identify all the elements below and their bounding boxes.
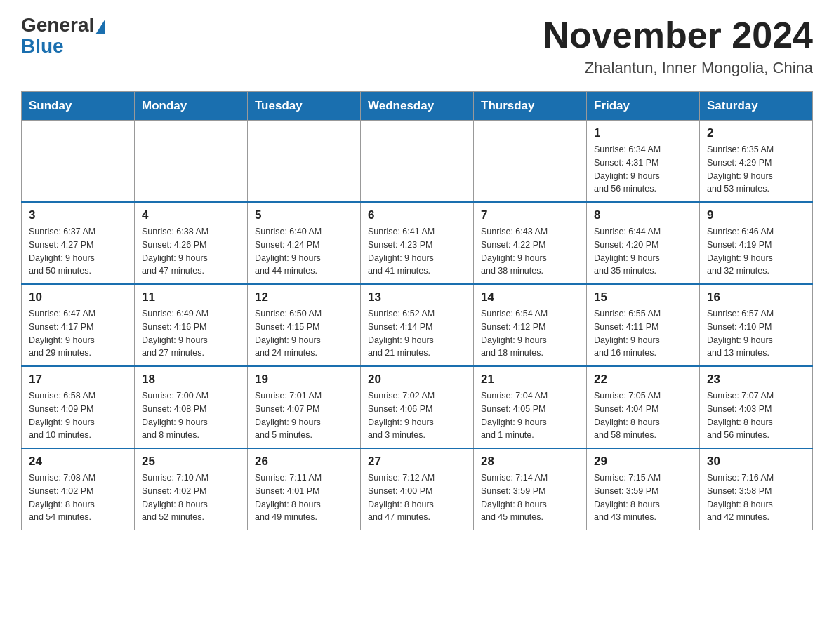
day-number: 11 (142, 290, 240, 304)
day-number: 18 (142, 373, 240, 387)
day-info: Sunrise: 7:04 AM Sunset: 4:05 PM Dayligh… (481, 389, 579, 442)
logo: General Blue (21, 14, 105, 58)
day-number: 3 (29, 208, 127, 222)
calendar-week-row: 10Sunrise: 6:47 AM Sunset: 4:17 PM Dayli… (22, 284, 813, 366)
table-row: 28Sunrise: 7:14 AM Sunset: 3:59 PM Dayli… (474, 448, 587, 530)
table-row (361, 121, 474, 203)
table-row: 24Sunrise: 7:08 AM Sunset: 4:02 PM Dayli… (22, 448, 135, 530)
table-row (248, 121, 361, 203)
day-number: 30 (707, 455, 805, 469)
table-row: 13Sunrise: 6:52 AM Sunset: 4:14 PM Dayli… (361, 284, 474, 366)
table-row: 18Sunrise: 7:00 AM Sunset: 4:08 PM Dayli… (135, 366, 248, 448)
day-info: Sunrise: 7:00 AM Sunset: 4:08 PM Dayligh… (142, 389, 240, 442)
logo-general: General (21, 14, 94, 36)
table-row: 26Sunrise: 7:11 AM Sunset: 4:01 PM Dayli… (248, 448, 361, 530)
day-info: Sunrise: 6:34 AM Sunset: 4:31 PM Dayligh… (594, 143, 692, 196)
logo-triangle-icon (95, 19, 105, 34)
day-number: 15 (594, 290, 692, 304)
table-row: 23Sunrise: 7:07 AM Sunset: 4:03 PM Dayli… (700, 366, 813, 448)
header-sunday: Sunday (22, 92, 135, 121)
day-number: 17 (29, 373, 127, 387)
day-number: 21 (481, 373, 579, 387)
calendar-week-row: 3Sunrise: 6:37 AM Sunset: 4:27 PM Daylig… (22, 202, 813, 284)
header-thursday: Thursday (474, 92, 587, 121)
day-info: Sunrise: 6:38 AM Sunset: 4:26 PM Dayligh… (142, 225, 240, 278)
day-info: Sunrise: 6:35 AM Sunset: 4:29 PM Dayligh… (707, 143, 805, 196)
day-number: 9 (707, 208, 805, 222)
location-subtitle: Zhalantun, Inner Mongolia, China (543, 59, 813, 77)
table-row: 3Sunrise: 6:37 AM Sunset: 4:27 PM Daylig… (22, 202, 135, 284)
day-info: Sunrise: 6:37 AM Sunset: 4:27 PM Dayligh… (29, 225, 127, 278)
day-info: Sunrise: 7:12 AM Sunset: 4:00 PM Dayligh… (368, 471, 466, 524)
table-row (135, 121, 248, 203)
day-info: Sunrise: 7:11 AM Sunset: 4:01 PM Dayligh… (255, 471, 353, 524)
day-number: 12 (255, 290, 353, 304)
day-number: 2 (707, 126, 805, 140)
table-row: 29Sunrise: 7:15 AM Sunset: 3:59 PM Dayli… (587, 448, 700, 530)
table-row: 6Sunrise: 6:41 AM Sunset: 4:23 PM Daylig… (361, 202, 474, 284)
table-row: 17Sunrise: 6:58 AM Sunset: 4:09 PM Dayli… (22, 366, 135, 448)
table-row: 30Sunrise: 7:16 AM Sunset: 3:58 PM Dayli… (700, 448, 813, 530)
table-row: 10Sunrise: 6:47 AM Sunset: 4:17 PM Dayli… (22, 284, 135, 366)
day-number: 7 (481, 208, 579, 222)
logo-general-text: General Blue (21, 14, 105, 58)
day-info: Sunrise: 6:52 AM Sunset: 4:14 PM Dayligh… (368, 307, 466, 360)
day-info: Sunrise: 7:08 AM Sunset: 4:02 PM Dayligh… (29, 471, 127, 524)
table-row: 21Sunrise: 7:04 AM Sunset: 4:05 PM Dayli… (474, 366, 587, 448)
table-row: 27Sunrise: 7:12 AM Sunset: 4:00 PM Dayli… (361, 448, 474, 530)
day-info: Sunrise: 7:14 AM Sunset: 3:59 PM Dayligh… (481, 471, 579, 524)
table-row: 19Sunrise: 7:01 AM Sunset: 4:07 PM Dayli… (248, 366, 361, 448)
day-number: 10 (29, 290, 127, 304)
table-row: 14Sunrise: 6:54 AM Sunset: 4:12 PM Dayli… (474, 284, 587, 366)
table-row: 16Sunrise: 6:57 AM Sunset: 4:10 PM Dayli… (700, 284, 813, 366)
day-info: Sunrise: 6:41 AM Sunset: 4:23 PM Dayligh… (368, 225, 466, 278)
day-info: Sunrise: 6:50 AM Sunset: 4:15 PM Dayligh… (255, 307, 353, 360)
table-row: 5Sunrise: 6:40 AM Sunset: 4:24 PM Daylig… (248, 202, 361, 284)
day-info: Sunrise: 7:16 AM Sunset: 3:58 PM Dayligh… (707, 471, 805, 524)
header-monday: Monday (135, 92, 248, 121)
day-number: 23 (707, 373, 805, 387)
table-row: 8Sunrise: 6:44 AM Sunset: 4:20 PM Daylig… (587, 202, 700, 284)
calendar-week-row: 17Sunrise: 6:58 AM Sunset: 4:09 PM Dayli… (22, 366, 813, 448)
day-info: Sunrise: 6:44 AM Sunset: 4:20 PM Dayligh… (594, 225, 692, 278)
day-info: Sunrise: 7:02 AM Sunset: 4:06 PM Dayligh… (368, 389, 466, 442)
calendar-table: Sunday Monday Tuesday Wednesday Thursday… (21, 91, 813, 530)
day-number: 6 (368, 208, 466, 222)
day-number: 25 (142, 455, 240, 469)
day-number: 14 (481, 290, 579, 304)
day-number: 29 (594, 455, 692, 469)
day-info: Sunrise: 6:46 AM Sunset: 4:19 PM Dayligh… (707, 225, 805, 278)
table-row: 25Sunrise: 7:10 AM Sunset: 4:02 PM Dayli… (135, 448, 248, 530)
day-number: 8 (594, 208, 692, 222)
table-row: 20Sunrise: 7:02 AM Sunset: 4:06 PM Dayli… (361, 366, 474, 448)
table-row: 2Sunrise: 6:35 AM Sunset: 4:29 PM Daylig… (700, 121, 813, 203)
day-number: 5 (255, 208, 353, 222)
header-tuesday: Tuesday (248, 92, 361, 121)
day-number: 28 (481, 455, 579, 469)
day-number: 1 (594, 126, 692, 140)
day-info: Sunrise: 6:55 AM Sunset: 4:11 PM Dayligh… (594, 307, 692, 360)
day-number: 26 (255, 455, 353, 469)
day-info: Sunrise: 6:49 AM Sunset: 4:16 PM Dayligh… (142, 307, 240, 360)
day-info: Sunrise: 7:15 AM Sunset: 3:59 PM Dayligh… (594, 471, 692, 524)
day-number: 24 (29, 455, 127, 469)
table-row: 22Sunrise: 7:05 AM Sunset: 4:04 PM Dayli… (587, 366, 700, 448)
header: General Blue November 2024 Zhalantun, In… (21, 14, 813, 77)
logo-blue: Blue (21, 35, 105, 58)
day-number: 22 (594, 373, 692, 387)
day-info: Sunrise: 6:47 AM Sunset: 4:17 PM Dayligh… (29, 307, 127, 360)
table-row (22, 121, 135, 203)
table-row: 9Sunrise: 6:46 AM Sunset: 4:19 PM Daylig… (700, 202, 813, 284)
table-row (474, 121, 587, 203)
month-year-title: November 2024 (543, 14, 813, 56)
table-row: 4Sunrise: 6:38 AM Sunset: 4:26 PM Daylig… (135, 202, 248, 284)
day-info: Sunrise: 6:54 AM Sunset: 4:12 PM Dayligh… (481, 307, 579, 360)
day-info: Sunrise: 6:43 AM Sunset: 4:22 PM Dayligh… (481, 225, 579, 278)
day-info: Sunrise: 6:57 AM Sunset: 4:10 PM Dayligh… (707, 307, 805, 360)
header-saturday: Saturday (700, 92, 813, 121)
calendar-week-row: 24Sunrise: 7:08 AM Sunset: 4:02 PM Dayli… (22, 448, 813, 530)
day-info: Sunrise: 6:40 AM Sunset: 4:24 PM Dayligh… (255, 225, 353, 278)
day-number: 20 (368, 373, 466, 387)
table-row: 11Sunrise: 6:49 AM Sunset: 4:16 PM Dayli… (135, 284, 248, 366)
day-number: 27 (368, 455, 466, 469)
